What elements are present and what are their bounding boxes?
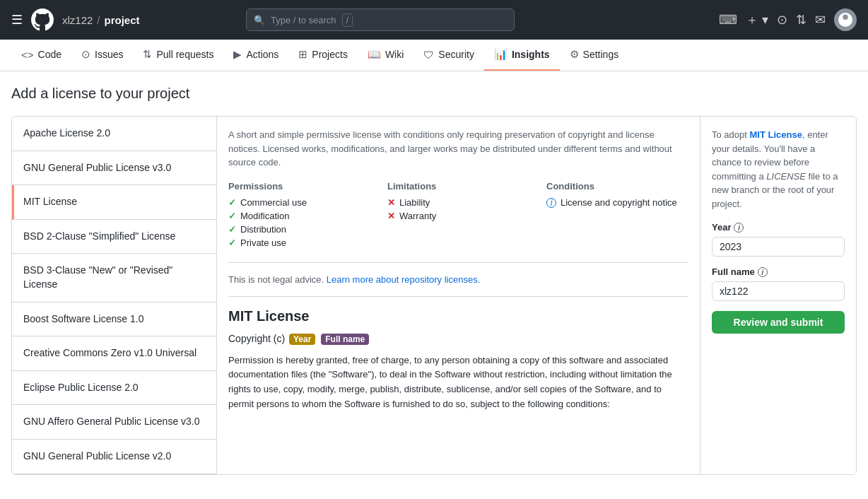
perm-private-label: Private use: [240, 237, 286, 248]
license-item-gpl3[interactable]: GNU General Public License v3.0: [12, 151, 216, 186]
limit-liability-label: Liability: [399, 197, 430, 208]
nav-issues[interactable]: ⊙ Issues: [71, 40, 133, 71]
nav-projects[interactable]: ⊞ Projects: [288, 40, 358, 71]
nav-actions[interactable]: ▶ Actions: [223, 40, 288, 71]
top-nav-right: ⌨ ＋ ▾ ⊙ ⇅ ✉: [719, 8, 857, 31]
license-link[interactable]: MIT License: [750, 129, 802, 140]
license-body-text: Permission is hereby granted, free of ch…: [228, 353, 688, 412]
nav-pr-label: Pull requests: [156, 49, 213, 60]
owner-link[interactable]: xlz122: [62, 14, 93, 26]
check-icon: ✓: [228, 237, 236, 248]
year-label-text: Year: [712, 222, 731, 233]
perm-commercial: ✓ Commercial use: [228, 197, 370, 208]
nav-wiki-label: Wiki: [385, 49, 404, 60]
license-detail: A short and simple permissive license wi…: [217, 117, 700, 474]
breadcrumb: xlz122 / project: [62, 14, 140, 26]
github-logo[interactable]: [31, 8, 54, 31]
nav-insights[interactable]: 📊 Insights: [484, 40, 560, 71]
license-item-mit[interactable]: MIT License: [12, 185, 216, 220]
limit-warranty-label: Warranty: [399, 211, 436, 221]
license-full-title: MIT License: [228, 308, 688, 324]
legal-link[interactable]: Learn more about repository licenses.: [327, 274, 481, 285]
year-info-icon[interactable]: i: [734, 223, 744, 233]
nav-settings-label: Settings: [583, 49, 619, 60]
nav-projects-label: Projects: [312, 49, 348, 60]
fullname-input[interactable]: [712, 281, 845, 301]
license-list: Apache License 2.0 GNU General Public Li…: [12, 117, 217, 474]
year-input[interactable]: [712, 237, 845, 257]
perm-distribution: ✓ Distribution: [228, 224, 370, 235]
license-item-agpl[interactable]: GNU Affero General Public License v3.0: [12, 405, 216, 440]
license-item-apache[interactable]: Apache License 2.0: [12, 117, 216, 151]
check-icon: ✓: [228, 197, 236, 208]
perm-modification: ✓ Modification: [228, 211, 370, 221]
wiki-icon: 📖: [368, 48, 381, 61]
license-item-gpl2[interactable]: GNU General Public License v2.0: [12, 440, 216, 474]
x-icon: ✕: [387, 197, 395, 208]
page-content: Add a license to your project Apache Lic…: [0, 71, 868, 489]
terminal-icon[interactable]: ⌨: [719, 12, 737, 28]
search-shortcut: /: [342, 13, 353, 27]
perm-commercial-label: Commercial use: [240, 197, 307, 208]
limitations-title: Limitations: [387, 181, 529, 192]
avatar[interactable]: [834, 8, 857, 31]
license-item-bsd2[interactable]: BSD 2-Clause "Simplified" License: [12, 220, 216, 254]
sub-navigation: <> Code ⊙ Issues ⇅ Pull requests ▶ Actio…: [0, 40, 868, 71]
nav-code-label: Code: [38, 49, 61, 60]
main-layout: Apache License 2.0 GNU General Public Li…: [11, 116, 857, 475]
top-navigation: ☰ xlz122 / project 🔍 Type / to search / …: [0, 0, 868, 40]
hamburger-menu[interactable]: ☰: [11, 12, 23, 28]
repo-name[interactable]: project: [105, 14, 140, 26]
license-item-boost[interactable]: Boost Software License 1.0: [12, 303, 216, 337]
limit-warranty: ✕ Warranty: [387, 211, 529, 221]
pull-requests-icon[interactable]: ⇅: [796, 12, 807, 28]
license-item-eclipse[interactable]: Eclipse Public License 2.0: [12, 371, 216, 406]
permissions-col: Permissions ✓ Commercial use ✓ Modificat…: [228, 181, 370, 251]
limitations-col: Limitations ✕ Liability ✕ Warranty: [387, 181, 529, 251]
license-item-bsd3[interactable]: BSD 3-Clause "New" or "Revised" License: [12, 254, 216, 302]
info-icon: i: [546, 198, 556, 208]
fullname-token: Full name: [321, 334, 369, 345]
check-icon: ✓: [228, 224, 236, 235]
fullname-info-icon[interactable]: i: [758, 267, 768, 277]
conditions-title: Conditions: [546, 181, 688, 192]
nav-pullrequests[interactable]: ⇅ Pull requests: [133, 40, 223, 71]
divider: [228, 296, 688, 297]
search-bar[interactable]: 🔍 Type / to search /: [246, 8, 515, 31]
perm-modification-label: Modification: [240, 211, 289, 221]
license-item-cc0[interactable]: Creative Commons Zero v1.0 Universal: [12, 336, 216, 371]
legal-note: This is not legal advice. Learn more abo…: [228, 262, 688, 285]
year-field-label: Year i: [712, 222, 845, 233]
perm-distribution-label: Distribution: [240, 224, 286, 235]
page-title: Add a license to your project: [11, 86, 857, 102]
nav-settings[interactable]: ⚙ Settings: [560, 40, 629, 71]
nav-issues-label: Issues: [95, 49, 123, 60]
license-description: A short and simple permissive license wi…: [228, 128, 688, 170]
fullname-field-label: Full name i: [712, 266, 845, 277]
limit-liability: ✕ Liability: [387, 197, 529, 208]
inbox-icon[interactable]: ✉: [815, 12, 826, 28]
year-token: Year: [289, 334, 315, 345]
fullname-label-text: Full name: [712, 266, 755, 277]
settings-icon: ⚙: [570, 48, 579, 61]
license-copyright-line: Copyright (c) Year Full name: [228, 333, 688, 345]
issues-icon[interactable]: ⊙: [777, 12, 787, 28]
review-submit-button[interactable]: Review and submit: [712, 311, 845, 334]
projects-icon: ⊞: [298, 48, 307, 61]
nav-code[interactable]: <> Code: [11, 40, 71, 71]
issues-nav-icon: ⊙: [81, 48, 90, 61]
nav-security[interactable]: 🛡 Security: [414, 40, 484, 71]
right-panel-description: To adopt MIT License, enter your details…: [712, 128, 845, 211]
create-icon[interactable]: ＋ ▾: [746, 11, 768, 28]
permissions-grid: Permissions ✓ Commercial use ✓ Modificat…: [228, 181, 688, 251]
desc-part1: To adopt: [712, 129, 750, 140]
actions-icon: ▶: [233, 48, 242, 61]
license-file: LICENSE: [766, 171, 806, 182]
permissions-title: Permissions: [228, 181, 370, 192]
search-icon: 🔍: [254, 15, 265, 25]
cond-notice-label: License and copyright notice: [561, 197, 677, 208]
x-icon: ✕: [387, 211, 395, 221]
insights-icon: 📊: [494, 48, 508, 61]
nav-wiki[interactable]: 📖 Wiki: [358, 40, 414, 71]
code-icon: <>: [21, 49, 34, 61]
